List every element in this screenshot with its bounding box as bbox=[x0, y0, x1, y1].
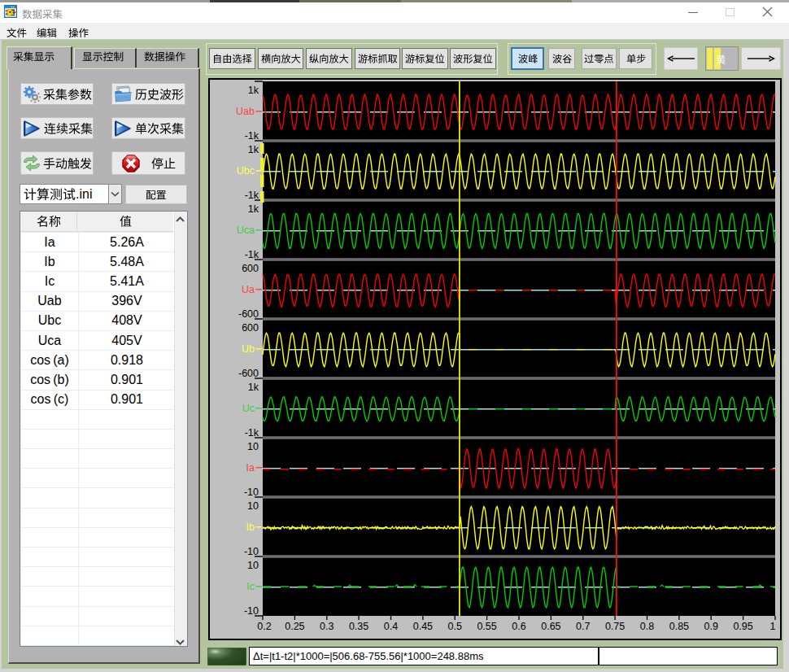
svg-text:-10: -10 bbox=[244, 605, 259, 617]
svg-text:0.65: 0.65 bbox=[541, 621, 560, 632]
svg-text:0.4: 0.4 bbox=[384, 621, 398, 632]
svg-text:0.45: 0.45 bbox=[413, 621, 433, 632]
svg-text:-1k: -1k bbox=[245, 249, 259, 260]
svg-text:0.8: 0.8 bbox=[640, 621, 654, 632]
svg-text:Uca: Uca bbox=[237, 225, 255, 236]
svg-text:-1k: -1k bbox=[245, 427, 259, 439]
svg-text:1: 1 bbox=[770, 621, 776, 632]
svg-text:1k: 1k bbox=[248, 144, 259, 155]
svg-text:0.85: 0.85 bbox=[669, 621, 689, 632]
svg-text:1k: 1k bbox=[248, 203, 259, 215]
svg-text:-1k: -1k bbox=[245, 190, 259, 201]
svg-text:10: 10 bbox=[247, 560, 259, 571]
svg-text:Ub: Ub bbox=[242, 343, 255, 355]
svg-text:Ia: Ia bbox=[246, 462, 255, 473]
svg-text:10: 10 bbox=[247, 500, 259, 512]
svg-text:Uc: Uc bbox=[242, 403, 255, 414]
svg-text:Ib: Ib bbox=[246, 521, 255, 533]
svg-text:0.25: 0.25 bbox=[285, 621, 304, 632]
svg-text:0.6: 0.6 bbox=[512, 621, 525, 632]
svg-text:0.3: 0.3 bbox=[320, 621, 333, 632]
svg-text:Ubc: Ubc bbox=[237, 165, 255, 177]
svg-text:0.5: 0.5 bbox=[448, 621, 462, 632]
svg-text:600: 600 bbox=[242, 322, 259, 334]
svg-text:Uab: Uab bbox=[236, 106, 255, 117]
svg-text:0.9: 0.9 bbox=[704, 621, 718, 632]
svg-text:600: 600 bbox=[242, 263, 259, 274]
svg-text:0.2: 0.2 bbox=[257, 621, 271, 632]
svg-text:-600: -600 bbox=[238, 368, 259, 379]
svg-text:Ic: Ic bbox=[246, 581, 255, 592]
svg-text:0.75: 0.75 bbox=[605, 621, 625, 632]
svg-text:-600: -600 bbox=[238, 308, 259, 320]
svg-text:-10: -10 bbox=[244, 487, 259, 498]
svg-text:0.55: 0.55 bbox=[477, 621, 496, 632]
svg-text:10: 10 bbox=[247, 441, 259, 452]
svg-text:1k: 1k bbox=[248, 85, 259, 96]
svg-text:1k: 1k bbox=[248, 382, 259, 393]
svg-text:Ua: Ua bbox=[242, 284, 255, 295]
svg-text:-1k: -1k bbox=[245, 130, 259, 142]
svg-text:0.95: 0.95 bbox=[733, 621, 752, 632]
svg-text:0.35: 0.35 bbox=[349, 621, 368, 632]
svg-text:0.7: 0.7 bbox=[576, 621, 590, 632]
svg-text:-10: -10 bbox=[244, 546, 259, 557]
